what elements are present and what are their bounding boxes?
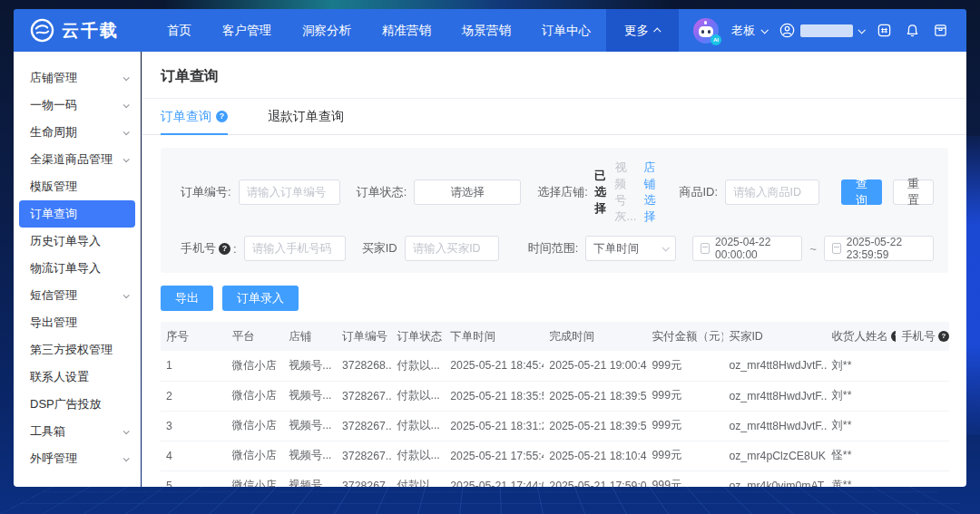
sidebar-item-third-party-auth[interactable]: 第三方授权管理	[14, 336, 141, 364]
nav-item-order-center[interactable]: 订单中心	[526, 9, 606, 52]
top-navbar: 云千载 首页 客户管理 洞察分析 精准营销 场景营销 订单中心 更多 AI 老板	[14, 9, 966, 52]
sidebar-item-outbound-call[interactable]: 外呼管理	[14, 445, 141, 472]
chevron-down-icon	[858, 26, 865, 34]
calendar-icon	[701, 243, 710, 254]
sidebar-item-sms-management[interactable]: 短信管理	[14, 282, 141, 309]
chevron-down-icon	[123, 102, 130, 108]
order-no-label: 订单编号:	[181, 184, 231, 200]
page-title: 订单查询	[142, 52, 966, 98]
reset-button[interactable]: 重置	[893, 179, 934, 205]
col-buyer-id: 买家ID	[723, 322, 826, 351]
bell-icon[interactable]	[905, 23, 920, 38]
sidebar-item-omnichannel-products[interactable]: 全渠道商品管理	[14, 146, 141, 173]
time-range-label: 时间范围:	[528, 240, 579, 257]
navbar-right: AI 老板	[693, 18, 966, 44]
product-id-input[interactable]	[725, 179, 819, 205]
col-receiver-name: 收货人姓名?	[827, 322, 897, 351]
export-button[interactable]: 导出	[161, 286, 213, 311]
shop-selected-name: 视频号灰...	[614, 160, 637, 225]
role-label: 老板	[731, 23, 755, 39]
table-actions: 导出 订单录入	[161, 286, 948, 311]
filter-panel: 订单编号: 订单状态: 请选择 选择店铺: 已选择 视频号灰... 店铺选择 商…	[161, 148, 948, 273]
end-date-input[interactable]: 2025-05-22 23:59:59	[824, 236, 934, 261]
product-id-label: 商品ID:	[679, 184, 718, 200]
sidebar-item-one-item-one-code[interactable]: 一物一码	[14, 92, 141, 119]
tab-bar: 订单查询 ? 退款订单查询	[142, 99, 966, 135]
user-icon	[779, 23, 795, 38]
shop-label: 选择店铺:	[537, 184, 588, 200]
sidebar-item-template-management[interactable]: 模版管理	[14, 173, 141, 200]
shop-selected-status: 已选择	[594, 168, 609, 217]
chevron-down-icon	[123, 428, 130, 434]
sidebar: 店铺管理 一物一码 生命周期 全渠道商品管理 模版管理 订单查询 历史订单导入 …	[14, 52, 141, 487]
account-menu[interactable]	[779, 23, 864, 38]
chevron-down-icon	[662, 244, 670, 251]
role-switcher[interactable]: 老板	[731, 23, 767, 39]
sidebar-item-contact-settings[interactable]: 联系人设置	[14, 364, 141, 391]
start-date-input[interactable]: 2025-04-22 00:00:00	[692, 236, 802, 261]
search-button[interactable]: 查询	[841, 179, 882, 205]
calendar-icon	[832, 243, 841, 254]
buyer-id-label: 买家ID	[362, 240, 397, 257]
brand-logo-icon	[30, 18, 54, 43]
order-status-select[interactable]: 请选择	[414, 179, 521, 205]
help-icon[interactable]: ?	[891, 331, 896, 342]
order-no-input[interactable]	[239, 179, 340, 205]
col-phone: 手机号?	[896, 322, 949, 351]
nav-item-customers[interactable]: 客户管理	[207, 9, 287, 52]
sidebar-item-dsp-ads[interactable]: DSP广告投放	[14, 391, 141, 418]
brand: 云千载	[14, 18, 119, 43]
phone-label: 手机号?:	[181, 240, 237, 257]
col-order-no: 订单编号	[337, 322, 392, 351]
range-separator: ~	[809, 242, 817, 256]
col-platform: 平台	[227, 322, 284, 351]
help-icon[interactable]: ?	[938, 331, 949, 342]
order-status-label: 订单状态:	[357, 184, 407, 200]
nav-item-insights[interactable]: 洞察分析	[287, 9, 367, 52]
col-order-time: 下单时间	[445, 322, 544, 351]
sidebar-item-lifecycle[interactable]: 生命周期	[14, 119, 141, 146]
table-row[interactable]: 4微信小店视频号... 3728267...付款以...2025-05-21 1…	[161, 441, 949, 470]
help-icon[interactable]: ?	[216, 111, 228, 122]
nav-item-home[interactable]: 首页	[152, 9, 207, 52]
background-glow-streak	[163, 0, 671, 9]
ai-assistant-avatar[interactable]: AI	[693, 18, 719, 44]
brand-name: 云千载	[62, 19, 119, 43]
sidebar-item-history-order-import[interactable]: 历史订单导入	[14, 228, 141, 255]
col-finish-time: 完成时间	[544, 322, 646, 351]
time-type-select[interactable]: 下单时间	[585, 236, 676, 261]
sidebar-item-shop-management[interactable]: 店铺管理	[14, 64, 141, 92]
main-menu: 首页 客户管理 洞察分析 精准营销 场景营销 订单中心 更多	[152, 9, 679, 52]
desktop-background: 云千载 首页 客户管理 洞察分析 精准营销 场景营销 订单中心 更多 AI 老板	[0, 0, 980, 514]
phone-input[interactable]	[244, 236, 346, 261]
coupon-icon[interactable]	[877, 23, 892, 38]
shop-choose-link[interactable]: 店铺选择	[644, 160, 663, 225]
tab-order-query[interactable]: 订单查询 ?	[161, 99, 228, 134]
table-row[interactable]: 2微信小店视频号... 3728267...付款以...2025-05-21 1…	[161, 381, 949, 411]
sidebar-item-toolbox[interactable]: 工具箱	[14, 418, 141, 445]
col-shop: 店铺	[283, 322, 337, 351]
table-row[interactable]: 3微信小店视频号... 3728267...付款以...2025-05-21 1…	[161, 411, 949, 441]
col-paid-amount: 实付金额（元）	[647, 322, 724, 351]
chevron-down-icon	[123, 455, 130, 461]
help-icon[interactable]: ?	[219, 243, 230, 255]
sidebar-item-logistics-order-import[interactable]: 物流订单导入	[14, 255, 141, 282]
table-row[interactable]: 1微信小店视频号... 3728268...付款以...2025-05-21 1…	[161, 351, 949, 381]
chevron-down-icon	[760, 26, 768, 34]
workspace-box-icon[interactable]	[933, 23, 948, 38]
col-order-status: 订单状态	[392, 322, 446, 351]
chevron-down-icon	[123, 292, 130, 298]
ai-badge: AI	[710, 34, 721, 45]
sidebar-item-order-query[interactable]: 订单查询	[19, 200, 135, 228]
order-entry-button[interactable]: 订单录入	[222, 286, 299, 311]
nav-item-scene-marketing[interactable]: 场景营销	[446, 9, 526, 52]
nav-item-more[interactable]: 更多	[606, 9, 679, 52]
nav-more-label: 更多	[624, 23, 649, 39]
background-right-band	[965, 136, 980, 435]
buyer-id-input[interactable]	[405, 236, 499, 261]
table-row[interactable]: 5微信小店视频号... 3728267...付款以...2025-05-21 1…	[161, 470, 949, 487]
tab-refund-order-query[interactable]: 退款订单查询	[268, 99, 344, 134]
sidebar-item-export-management[interactable]: 导出管理	[14, 309, 141, 336]
nav-item-precision-marketing[interactable]: 精准营销	[367, 9, 446, 52]
redacted-username	[800, 24, 853, 37]
